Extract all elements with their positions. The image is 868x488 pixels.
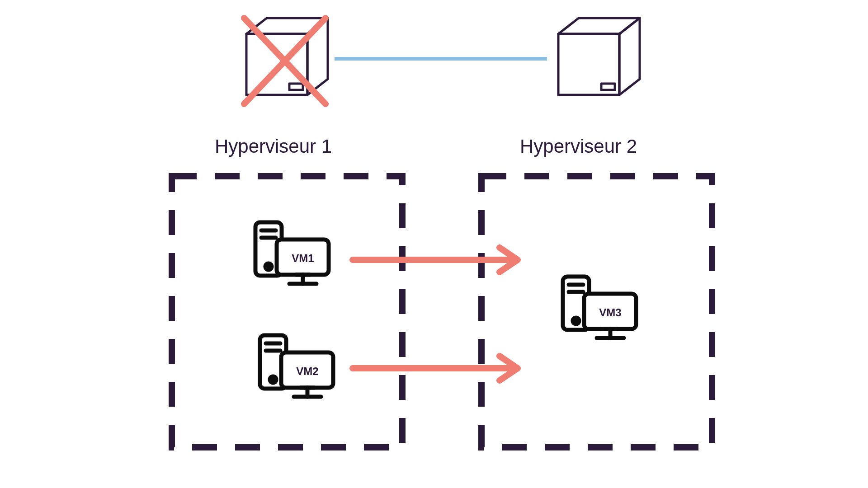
diagram-root: Hyperviseur 1 Hyperviseur 2 VM1 (0, 0, 868, 488)
svg-rect-10 (601, 84, 615, 90)
svg-point-32 (573, 318, 579, 324)
svg-marker-8 (558, 18, 640, 34)
migration-arrow-1 (348, 244, 529, 276)
connection-line (335, 54, 547, 63)
hypervisor-2-cube-icon (542, 9, 646, 113)
svg-marker-9 (619, 18, 640, 95)
vm2-icon: VM2 (253, 330, 339, 402)
vm3-label: VM3 (599, 306, 621, 319)
svg-rect-4 (289, 84, 303, 90)
vm3-icon: VM3 (556, 271, 642, 343)
migration-arrow-2 (348, 352, 529, 384)
hypervisor-2-label: Hyperviseur 2 (520, 136, 637, 157)
hypervisor-1-cube-icon (231, 9, 335, 113)
vm1-label: VM1 (292, 252, 314, 264)
svg-point-16 (265, 263, 272, 270)
svg-point-24 (270, 376, 276, 383)
svg-rect-7 (558, 34, 619, 95)
vm1-icon: VM1 (249, 217, 335, 289)
hypervisor-1-label: Hyperviseur 1 (215, 136, 332, 157)
vm2-label: VM2 (296, 365, 318, 377)
hypervisor-1-zone (167, 172, 407, 452)
